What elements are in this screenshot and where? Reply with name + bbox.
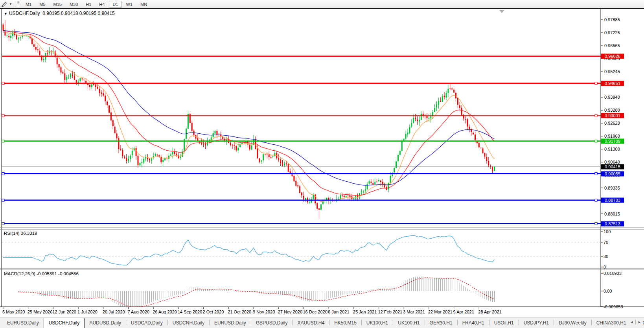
hline-price-label-0.94651[interactable]: 0.94651 <box>601 81 624 86</box>
date-label: 16 Dec 2020 <box>303 310 327 314</box>
hline-handle[interactable] <box>2 173 4 175</box>
hline-price-label-0.96026[interactable]: 0.96026 <box>601 53 624 59</box>
ma-line-25[interactable] <box>3 30 495 195</box>
date-label: 22 Mar 2021 <box>428 310 453 314</box>
price-tick-label: 0.97225 <box>604 30 620 35</box>
date-label: 2 Oct 2020 <box>203 310 224 314</box>
current-price-label: 0.90415 <box>601 164 624 169</box>
date-label: 12 Feb 2021 <box>378 310 403 314</box>
hline-handle[interactable] <box>2 199 4 201</box>
tab-scroll-right-icon[interactable]: ► <box>636 319 643 325</box>
date-label: 1 Jul 2020 <box>77 310 98 314</box>
date-label: 3 Mar 2021 <box>403 310 425 314</box>
rsi-pane <box>2 235 601 265</box>
chart-collapse-caret-icon[interactable]: ▼ <box>4 12 7 16</box>
hline-price-label-0.90055[interactable]: 0.90055 <box>601 171 624 176</box>
mt4-application-window: ▼ M1M5M15M30H1H4D1W1MN ▼USDCHF,Daily 0.9… <box>0 0 644 328</box>
price-tick-label: 0.88015 <box>604 212 620 216</box>
macd-axis-label: -0.009653 <box>604 304 623 309</box>
hline-price-label-0.93001[interactable]: 0.93001 <box>601 113 624 118</box>
price-tick-label: 0.95245 <box>604 69 620 74</box>
hline-handle[interactable] <box>2 82 4 85</box>
tab-scroll-controls: ◄ ► <box>628 319 643 325</box>
hline-handle[interactable] <box>595 199 597 201</box>
tab-scroll-left-icon[interactable]: ◄ <box>628 319 635 325</box>
price-tick-label: 0.96565 <box>604 43 620 48</box>
price-tick-label: 0.93940 <box>604 95 620 100</box>
date-label: 20 Jul 2020 <box>103 310 125 314</box>
hline-handle[interactable] <box>595 140 597 142</box>
price-tick-label: 0.91300 <box>604 147 620 151</box>
hline-handle[interactable] <box>595 82 597 85</box>
chart-title: ▼USDCHF,Daily 0.90195 0.90418 0.90195 0.… <box>4 11 115 16</box>
price-tick-label: 0.91960 <box>604 134 620 138</box>
rsi-line[interactable] <box>3 235 495 265</box>
hline-handle[interactable] <box>595 114 597 117</box>
rsi-level-label: 70 <box>604 240 608 245</box>
macd-indicator-label: MACD(12,26,9) -0.005391 -0.004556 <box>4 271 79 276</box>
hline-handle[interactable] <box>2 140 4 142</box>
price-tick-label: 0.93280 <box>604 108 620 112</box>
hline-price-label-0.91709[interactable]: 0.91709 <box>601 138 624 144</box>
hline-handle[interactable] <box>595 173 597 175</box>
candlestick-series <box>3 20 495 219</box>
date-label: 21 Oct 2020 <box>228 310 251 314</box>
rsi-level-label: 100 <box>604 229 611 234</box>
rsi-indicator-label: RSI(14) 36.3319 <box>4 231 37 236</box>
chart-shift-marker-icon[interactable] <box>499 10 504 13</box>
date-label: 27 Nov 2020 <box>278 310 302 314</box>
rsi-level-label: 30 <box>604 254 608 259</box>
price-tick-label: 0.97885 <box>604 17 620 22</box>
hline-handle[interactable] <box>2 223 4 225</box>
chart-ohlc-values: 0.90195 0.90418 0.90195 0.90415 <box>42 11 115 16</box>
date-label: 7 Aug 2020 <box>128 310 150 314</box>
price-tick-label: 0.89335 <box>604 186 620 190</box>
hline-price-label-0.87513[interactable]: 0.87513 <box>601 221 624 226</box>
macd-axis-label: 0.00 <box>604 289 612 293</box>
hline-handle[interactable] <box>595 223 597 225</box>
date-label: 9 Nov 2020 <box>253 310 275 314</box>
date-label: 28 Apr 2021 <box>478 310 501 314</box>
date-label: 9 Apr 2021 <box>453 310 474 314</box>
hline-handle[interactable] <box>2 114 4 117</box>
rsi-level-label: 0 <box>604 265 606 269</box>
ma-line-55[interactable] <box>3 30 495 185</box>
date-label: 6 Jan 2021 <box>328 310 349 314</box>
price-tick-label: 0.92620 <box>604 121 620 125</box>
date-label: 6 May 2020 <box>2 310 25 314</box>
macd-pane <box>18 276 494 309</box>
hline-price-label-0.88703[interactable]: 0.88703 <box>601 198 624 203</box>
macd-axis-label: 0.010933 <box>604 271 622 276</box>
date-label: 25 May 2020 <box>28 310 53 314</box>
date-label: 14 Sep 2020 <box>178 310 202 314</box>
chart-canvas[interactable] <box>0 0 644 328</box>
date-label: 26 Aug 2020 <box>153 310 177 314</box>
date-label: 12 Jun 2020 <box>52 310 76 314</box>
tab-usdchf-daily[interactable]: USDCHF,Daily <box>44 318 85 328</box>
price-pane <box>2 20 601 219</box>
date-label: 25 Jan 2021 <box>353 310 377 314</box>
chart-symbol-label: USDCHF,Daily <box>9 11 40 16</box>
